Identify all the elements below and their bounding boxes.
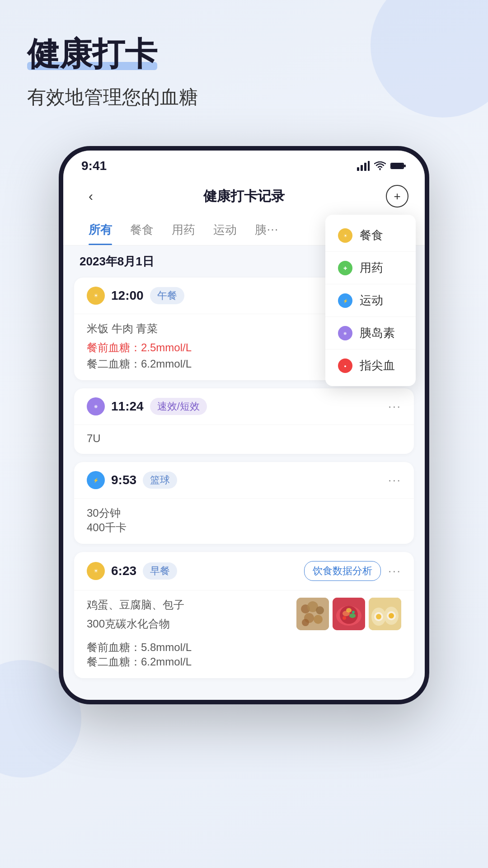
card-body-exercise: 30分钟 400千卡 — [74, 499, 414, 544]
more-button-breakfast[interactable]: ··· — [388, 564, 401, 578]
svg-rect-0 — [357, 167, 359, 171]
svg-text:❋: ❋ — [94, 404, 98, 409]
tab-insulin[interactable]: 胰⋯ — [246, 215, 287, 245]
food-image-2 — [333, 598, 365, 630]
signal-icon — [357, 161, 370, 171]
dropdown-meal-label: 餐食 — [360, 227, 383, 243]
svg-text:☀: ☀ — [94, 568, 99, 574]
record-card-insulin: ❋ 11:24 速效/短效 ··· 7U — [74, 388, 414, 454]
more-button-insulin[interactable]: ··· — [388, 399, 401, 414]
svg-rect-1 — [361, 165, 363, 171]
battery-icon — [390, 161, 407, 170]
svg-rect-7 — [404, 165, 406, 167]
card-duration: 30分钟 — [87, 506, 401, 520]
svg-point-40 — [352, 611, 355, 613]
card-carbs-breakfast: 300克碳水化合物 — [87, 617, 296, 631]
card-tag-insulin: 速效/短效 — [150, 398, 207, 415]
svg-text:⚡: ⚡ — [93, 477, 99, 483]
record-card-exercise: ⚡ 9:53 篮球 ··· 30分钟 400千卡 — [74, 462, 414, 544]
card-time-exercise: 9:53 — [111, 473, 136, 487]
food-image-3 — [369, 598, 401, 630]
exercise-dot-icon: ⚡ — [338, 293, 352, 308]
svg-text:☀: ☀ — [94, 292, 99, 299]
dropdown-menu: ☀ 餐食 ✚ 用药 ⚡ 运动 — [325, 215, 416, 386]
food-image-1 — [296, 598, 329, 630]
card-value-insulin: 7U — [87, 432, 401, 445]
more-button-exercise[interactable]: ··· — [388, 473, 401, 487]
card-action-breakfast[interactable]: 饮食数据分析 — [304, 561, 381, 581]
page-title: 健康打卡 — [27, 36, 157, 72]
app-header: ‹ 健康打卡记录 + — [63, 178, 425, 215]
card-header-exercise: ⚡ 9:53 篮球 ··· — [74, 462, 414, 499]
card-time-lunch: 12:00 — [111, 288, 144, 303]
meal-dot-icon: ☀ — [338, 228, 352, 243]
card-tag-exercise: 篮球 — [143, 472, 177, 489]
svg-rect-6 — [391, 164, 403, 168]
phone-frame: 9:41 — [59, 146, 429, 704]
breakfast-meal-icon: ☀ — [87, 562, 105, 580]
dropdown-exercise-label: 运动 — [360, 292, 383, 308]
card-header-insulin: ❋ 11:24 速效/短效 ··· — [74, 388, 414, 425]
dropdown-item-finger[interactable]: ● 指尖血 — [325, 349, 416, 382]
card-blood-pre-breakfast: 餐前血糖：5.8mmol/L — [87, 640, 296, 655]
card-desc-breakfast: 鸡蛋、豆腐脑、包子 — [87, 598, 296, 612]
card-body-breakfast: 鸡蛋、豆腐脑、包子 300克碳水化合物 餐前血糖：5.8mmol/L 餐二血糖：… — [74, 590, 414, 678]
svg-rect-3 — [368, 161, 370, 171]
card-tag-lunch: 午餐 — [150, 287, 184, 304]
svg-point-37 — [349, 613, 356, 618]
insulin-dot-icon: ❋ — [338, 326, 352, 340]
finger-dot-icon: ● — [338, 359, 352, 373]
tab-all[interactable]: 所有 — [80, 215, 121, 245]
svg-point-39 — [343, 616, 346, 620]
tab-exercise[interactable]: 运动 — [204, 215, 246, 245]
card-images-breakfast — [296, 598, 401, 630]
card-time-breakfast: 6:23 — [111, 564, 136, 578]
svg-point-47 — [389, 613, 394, 618]
svg-text:❋: ❋ — [343, 331, 347, 336]
card-header-breakfast: ☀ 6:23 早餐 饮食数据分析 ··· — [74, 552, 414, 590]
svg-rect-2 — [364, 163, 366, 171]
svg-point-31 — [314, 615, 323, 624]
card-left-breakfast: 鸡蛋、豆腐脑、包子 300克碳水化合物 餐前血糖：5.8mmol/L 餐二血糖：… — [87, 598, 296, 669]
record-card-breakfast: ☀ 6:23 早餐 饮食数据分析 ··· 鸡蛋、豆腐脑、包子 300克碳水化合物… — [74, 552, 414, 678]
dropdown-insulin-label: 胰岛素 — [360, 325, 395, 341]
svg-text:●: ● — [344, 364, 346, 368]
card-time-insulin: 11:24 — [111, 399, 144, 414]
dropdown-item-exercise[interactable]: ⚡ 运动 — [325, 284, 416, 317]
dropdown-item-insulin[interactable]: ❋ 胰岛素 — [325, 317, 416, 349]
status-bar: 9:41 — [63, 151, 425, 178]
insulin-icon: ❋ — [87, 397, 105, 415]
add-button[interactable]: + — [386, 185, 408, 208]
svg-text:✚: ✚ — [343, 266, 347, 271]
card-tag-breakfast: 早餐 — [143, 562, 177, 580]
status-time: 9:41 — [81, 159, 107, 173]
card-blood-post-breakfast: 餐二血糖：6.2mmol/L — [87, 655, 296, 669]
status-icons — [357, 161, 407, 171]
card-body-insulin: 7U — [74, 425, 414, 454]
medicine-dot-icon: ✚ — [338, 261, 352, 275]
back-button[interactable]: ‹ — [80, 185, 102, 208]
tab-medicine[interactable]: 用药 — [163, 215, 204, 245]
dropdown-item-meal[interactable]: ☀ 餐食 — [325, 219, 416, 252]
svg-point-44 — [376, 614, 381, 619]
exercise-icon: ⚡ — [87, 471, 105, 489]
svg-text:☀: ☀ — [343, 233, 347, 238]
svg-point-32 — [302, 619, 309, 626]
tab-meal[interactable]: 餐食 — [121, 215, 163, 245]
svg-point-29 — [316, 606, 324, 614]
dropdown-medicine-label: 用药 — [360, 260, 383, 276]
svg-text:⚡: ⚡ — [343, 298, 348, 304]
dropdown-item-medicine[interactable]: ✚ 用药 — [325, 252, 416, 284]
card-calories: 400千卡 — [87, 520, 401, 535]
svg-point-38 — [346, 608, 352, 613]
meal-icon: ☀ — [87, 287, 105, 305]
app-title-text: 健康打卡记录 — [203, 187, 285, 206]
wifi-icon — [374, 161, 386, 170]
dropdown-finger-label: 指尖血 — [360, 358, 395, 373]
